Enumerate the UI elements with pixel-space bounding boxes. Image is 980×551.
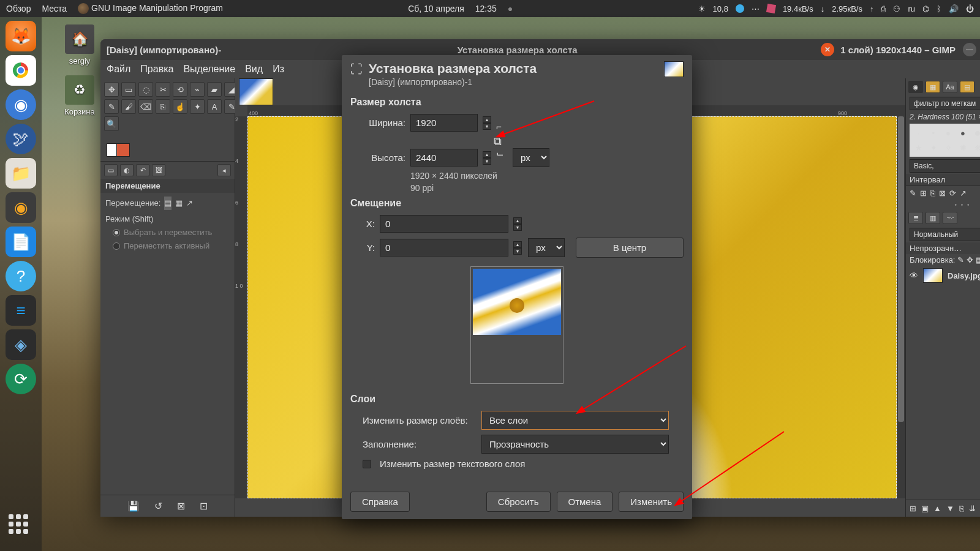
vscode-icon[interactable]: ≡ (6, 295, 36, 326)
tab-images[interactable]: 🖼 (152, 164, 165, 176)
x-spin-down[interactable]: ▾ (513, 224, 522, 231)
trash-folder[interactable]: ♻ Корзина (55, 75, 104, 116)
reset-preset-icon[interactable]: ⊡ (200, 500, 208, 512)
qbit-icon[interactable] (736, 4, 744, 13)
topbar-places[interactable]: Места (42, 4, 67, 13)
unit-select[interactable]: px (513, 148, 549, 167)
topbar-time[interactable]: 12:35 (475, 4, 497, 13)
nav-thumbnail[interactable] (239, 78, 273, 105)
tool-bucket[interactable]: ▰ (207, 82, 222, 97)
close-dialog-icon[interactable]: ✕ (821, 43, 834, 56)
libreoffice-icon[interactable]: 📄 (6, 227, 36, 257)
firefox-icon[interactable]: 🦊 (6, 21, 36, 51)
help-button[interactable]: Справка (350, 492, 410, 512)
brush-dup-icon[interactable]: ⎘ (930, 189, 935, 198)
move-mode-layer[interactable]: ▤ (164, 197, 172, 210)
bluetooth-icon[interactable]: ᛒ (937, 4, 941, 13)
brush-del-icon[interactable]: ⊠ (939, 189, 946, 198)
weather-icon[interactable]: ☀ (698, 4, 706, 13)
layer-row[interactable]: 👁 Daisy.jpg (906, 266, 980, 285)
chromium-icon[interactable]: ◉ (6, 89, 36, 120)
topbar-overview[interactable]: Обзор (6, 4, 31, 13)
height-spin-down[interactable]: ▾ (483, 158, 491, 165)
tool-clone[interactable]: ⎘ (156, 99, 170, 114)
y-input[interactable] (380, 239, 508, 257)
brush-grid[interactable]: ·•●●●● ★✦✧✺❋✷✱ (910, 124, 980, 157)
rhythmbox-icon[interactable]: ◉ (6, 192, 36, 223)
apply-button[interactable]: Изменить (619, 492, 684, 512)
lock-alpha-icon[interactable]: ▦ (976, 255, 980, 264)
tool-brush[interactable]: 🖌 (121, 99, 136, 114)
save-preset-icon[interactable]: 💾 (127, 500, 140, 512)
offset-preview[interactable] (470, 266, 564, 384)
x-spin-up[interactable]: ▴ (513, 217, 522, 224)
resize-layers-select[interactable]: Все слои (481, 411, 669, 430)
menu-view[interactable]: Вид (245, 64, 263, 75)
cancel-button[interactable]: Отмена (557, 492, 613, 512)
brush-edit-icon[interactable]: ✎ (910, 189, 916, 198)
layer-new-icon[interactable]: ⊞ (910, 504, 916, 513)
app-green-icon[interactable]: ⟳ (6, 364, 36, 394)
layer-group-icon[interactable]: ▣ (921, 504, 929, 513)
chrome-icon[interactable] (6, 55, 36, 86)
home-folder[interactable]: 🏠 sergiy (55, 24, 104, 66)
move-mode-sel[interactable]: ▦ (175, 197, 183, 210)
tool-rect-select[interactable]: ▭ (121, 82, 136, 97)
resize-text-checkbox[interactable] (363, 460, 371, 468)
center-button[interactable]: В центр (576, 238, 684, 258)
tool-eraser[interactable]: ⌫ (138, 99, 153, 114)
x-input[interactable] (380, 215, 508, 233)
width-spin-up[interactable]: ▴ (483, 116, 491, 123)
thunderbird-icon[interactable]: 🕊 (6, 124, 36, 154)
help-icon[interactable]: ? (6, 261, 36, 291)
tab-menu-icon[interactable]: ◂ (217, 164, 231, 176)
lock-pos-icon[interactable]: ✥ (967, 255, 973, 264)
tool-smudge[interactable]: ☝ (173, 99, 187, 114)
power-icon[interactable]: ⏻ (966, 4, 974, 13)
menu-file[interactable]: Файл (107, 64, 130, 75)
brush-new-icon[interactable]: ⊞ (920, 189, 927, 198)
tab-history2[interactable]: ▤ (960, 81, 974, 93)
tab-paths[interactable]: 〰 (943, 212, 957, 224)
offset-unit-select[interactable]: px (528, 238, 565, 257)
radio-move-active[interactable]: Переместить активный (113, 239, 230, 253)
tool-text[interactable]: A (207, 99, 222, 114)
ruler-vertical[interactable]: 2 4 6 8 1 0 (235, 116, 247, 498)
width-spin-down[interactable]: ▾ (483, 123, 491, 130)
restore-preset-icon[interactable]: ↺ (154, 500, 162, 512)
layer-name[interactable]: Daisy.jpg (948, 271, 980, 280)
tool-move[interactable]: ✥ (104, 82, 119, 97)
tool-pencil[interactable]: ✎ (104, 99, 119, 114)
virtualbox-icon[interactable]: ◈ (6, 329, 36, 360)
layer-merge-icon[interactable]: ⇊ (969, 504, 976, 513)
files-icon[interactable]: 📁 (6, 158, 36, 189)
brush-preset-combo[interactable]: Basic, (910, 159, 980, 173)
tab-undo[interactable]: ↶ (136, 164, 149, 176)
color-swatches[interactable] (100, 135, 235, 161)
layer-down-icon[interactable]: ▼ (946, 504, 954, 513)
menu-image[interactable]: Из (273, 64, 284, 75)
height-input[interactable] (410, 149, 478, 167)
vertical-scrollbar[interactable] (897, 116, 905, 498)
y-spin-down[interactable]: ▾ (513, 248, 522, 255)
layer-visibility-icon[interactable]: 👁 (910, 271, 918, 280)
lock-pixels-icon[interactable]: ✎ (957, 255, 964, 264)
volume-icon[interactable]: 🔊 (949, 4, 959, 13)
tab-channels[interactable]: ▥ (925, 212, 940, 224)
show-apps-button[interactable] (9, 514, 33, 539)
y-spin-up[interactable]: ▴ (513, 241, 522, 248)
reset-button[interactable]: Сбросить (486, 492, 551, 512)
menu-edit[interactable]: Правка (140, 64, 173, 75)
tray-cube-icon[interactable] (766, 4, 776, 13)
tab-fonts[interactable]: Aа (943, 81, 957, 93)
brush-refresh-icon[interactable]: ⟳ (949, 189, 956, 198)
move-mode-path[interactable]: ↗ (186, 197, 193, 210)
menu-select[interactable]: Выделение (183, 64, 235, 75)
tray-icon-1[interactable]: ⋯ (752, 4, 760, 13)
delete-preset-icon[interactable]: ⊠ (177, 500, 185, 512)
panel-grip[interactable]: • • • (906, 200, 980, 209)
width-input[interactable] (410, 114, 478, 132)
tool-warp[interactable]: ⌁ (190, 82, 205, 97)
tool-zoom[interactable]: 🔍 (104, 116, 119, 131)
radio-pick-move[interactable]: Выбрать и переместить (113, 226, 230, 239)
